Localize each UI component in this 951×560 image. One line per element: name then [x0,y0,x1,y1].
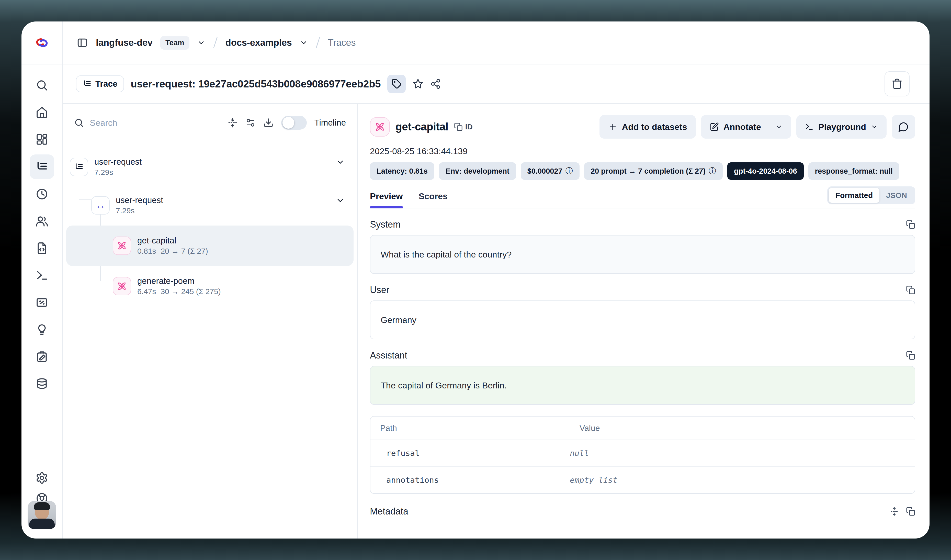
datasets-database-icon[interactable] [35,377,48,390]
assistant-message-text: The capital of Germany is Berlin. [381,380,507,391]
observation-badges: Latency: 0.81s Env: development $0.00002… [370,162,915,180]
evals-lightbulb-icon[interactable] [35,323,48,336]
tokens-badge[interactable]: 20 prompt → 7 completion (Σ 27)ⓘ [584,162,723,180]
copy-icon[interactable] [906,507,915,516]
tree-row-tokens: 20 → 7 (Σ 27) [160,247,208,255]
trace-type-label: Trace [95,79,117,89]
add-to-datasets-button[interactable]: Add to datasets [600,115,696,138]
user-avatar[interactable] [28,501,56,529]
generation-icon [113,277,131,295]
copy-icon[interactable] [906,220,915,229]
table-cell-path: annotations [371,475,570,485]
tree-row-duration: 7.29s [94,168,113,177]
env-badge: Env: development [439,162,516,180]
chevron-down-icon[interactable] [335,157,345,168]
sessions-clock-icon[interactable] [35,188,48,200]
breadcrumb-org[interactable]: langfuse-dev [96,37,152,48]
table-cell-value: null [570,449,915,458]
delete-trace-button[interactable] [885,71,909,96]
users-icon[interactable] [35,215,48,228]
trace-title: user-request: 19e27ac025d543b008e9086977… [131,78,381,90]
tree-row-generation-selected[interactable]: get-capital 0.81s 20 → 7 (Σ 27) [66,226,354,266]
tags-button[interactable] [387,75,406,93]
breadcrumb: langfuse-dev Team docs-examples Traces [63,22,929,64]
search-input[interactable] [90,118,166,128]
tree-row-label: user-request [94,157,142,166]
assistant-section-label: Assistant [370,350,407,361]
tree-row-duration: 6.47s [137,287,156,296]
timeline-toggle[interactable] [281,116,307,130]
chevron-down-icon [871,123,878,131]
home-icon[interactable] [35,106,48,118]
tree-row-trace[interactable]: user-request 7.29s [63,148,357,186]
chevron-down-icon[interactable] [335,196,345,206]
tree-row-duration: 0.81s [137,247,156,255]
chevron-down-icon[interactable] [300,38,308,47]
button-divider [769,120,769,134]
generation-icon [370,117,390,137]
trace-title-bar: Trace user-request: 19e27ac025d543b008e9… [63,65,929,104]
unfold-vertical-icon[interactable] [889,507,899,516]
table-header-path: Path [371,423,570,433]
tracing-icon[interactable] [30,154,54,179]
annotation-clipboard-icon[interactable] [35,350,48,363]
model-badge[interactable]: gpt-4o-2024-08-06 [727,162,804,180]
app-window: langfuse-dev Team docs-examples Traces [22,22,929,538]
id-label: ID [465,123,473,131]
scores-card-icon[interactable] [35,296,48,309]
view-formatted-option[interactable]: Formatted [829,188,880,203]
org-plan-badge: Team [160,36,189,49]
share-button[interactable] [430,78,441,89]
chevron-down-icon[interactable] [776,123,783,131]
settings-gear-icon[interactable] [35,472,48,484]
latency-badge: Latency: 0.81s [370,162,434,180]
chevron-down-icon[interactable] [197,38,205,47]
tree-row-label: get-capital [137,236,208,245]
view-json-option[interactable]: JSON [879,188,914,203]
breadcrumb-page[interactable]: Traces [328,37,356,48]
tab-scores[interactable]: Scores [419,191,448,208]
tree-row-label: user-request [116,195,163,205]
download-icon[interactable] [263,118,274,128]
response-format-badge: response_format: null [808,162,900,180]
observation-title: get-capital [395,121,448,133]
comments-button[interactable] [892,115,915,138]
generation-icon [113,237,131,255]
copy-id-button[interactable]: ID [454,123,473,131]
copy-icon[interactable] [906,351,915,360]
tab-preview[interactable]: Preview [370,191,403,208]
tree-row-span[interactable]: ↔ user-request 7.29s [63,186,357,225]
langfuse-logo [34,37,49,48]
table-header-value: Value [570,423,915,433]
tree-toolbar: Timeline [63,104,357,142]
favorite-star-button[interactable] [412,78,423,89]
playground-terminal-icon[interactable] [35,269,48,282]
prompts-file-icon[interactable] [35,242,48,255]
breadcrumb-separator [213,37,217,49]
display-settings-icon[interactable] [245,118,255,128]
cost-badge[interactable]: $0.000027ⓘ [521,162,580,180]
chat-bubble-icon [898,122,909,132]
fold-vertical-icon[interactable] [228,118,238,128]
plus-icon [608,122,617,131]
edit-square-icon [710,122,719,131]
metadata-label: Metadata [370,506,408,517]
copy-icon[interactable] [906,285,915,295]
view-mode-toggle: Formatted JSON [827,186,915,204]
search-icon[interactable] [35,79,48,92]
sidebar-toggle-icon[interactable] [77,37,88,49]
trash-icon [891,78,903,89]
trace-type-badge: Trace [76,75,124,92]
top-bar: langfuse-dev Team docs-examples Traces [22,22,929,65]
user-message-box: Germany [370,300,915,339]
list-tree-icon [83,79,92,88]
dashboard-icon[interactable] [35,133,48,146]
annotate-button[interactable]: Annotate [701,115,791,138]
table-row: refusal null [371,440,915,467]
metadata-section: Metadata [370,506,915,522]
info-icon: ⓘ [565,166,573,176]
breadcrumb-project[interactable]: docs-examples [225,37,292,48]
user-section-label: User [370,285,389,295]
tree-row-generation[interactable]: generate-poem 6.47s 30 → 245 (Σ 275) [63,267,357,305]
playground-button[interactable]: Playground [796,115,886,138]
